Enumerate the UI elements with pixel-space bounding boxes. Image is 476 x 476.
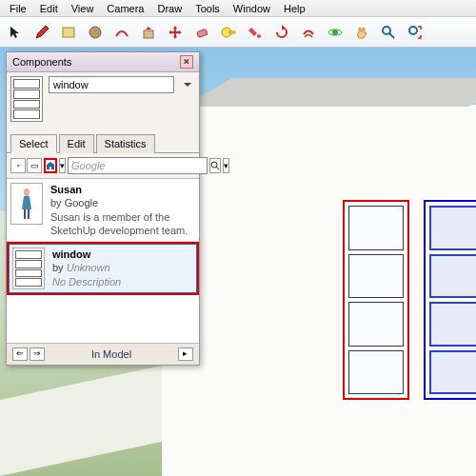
svg-point-6 (257, 34, 261, 38)
move-tool-icon[interactable] (164, 21, 187, 44)
svg-point-14 (24, 188, 30, 196)
pane (429, 350, 476, 395)
pushpull-tool-icon[interactable] (137, 21, 160, 44)
svg-line-10 (389, 33, 394, 38)
rotate-tool-icon[interactable] (270, 21, 293, 44)
view-large-icon[interactable]: ▭ (27, 158, 42, 173)
pane (429, 302, 476, 347)
svg-rect-2 (144, 30, 153, 38)
details-icon[interactable]: ▸ (178, 347, 193, 361)
menu-camera[interactable]: Camera (101, 1, 149, 16)
svg-rect-16 (28, 209, 30, 219)
item-name: Susan (50, 184, 82, 195)
panel-title-text: Components (12, 56, 71, 68)
menu-file[interactable]: File (4, 1, 32, 16)
component-name-input[interactable] (49, 76, 174, 93)
panel-footer: ⇐ ⇒ In Model ▸ (7, 343, 199, 365)
panel-menu-icon[interactable] (180, 77, 195, 92)
window-component-flat[interactable] (343, 200, 409, 400)
thumb-susan (10, 183, 43, 225)
menu-draw[interactable]: Draw (151, 1, 188, 16)
list-item[interactable]: Susan by Google Susan is a member of the… (7, 179, 199, 242)
item-by: by Google (50, 197, 98, 208)
panel-titlebar[interactable]: Components ✕ (7, 52, 199, 72)
search-input[interactable] (68, 157, 208, 174)
item-desc: Susan is a member of the SketchUp develo… (50, 211, 188, 236)
pane (429, 206, 476, 250)
thumb-window (12, 248, 45, 289)
list-item-selected[interactable]: window by Unknown No Description (7, 242, 199, 295)
nav-dropdown-icon[interactable]: ▾ (59, 158, 66, 173)
svg-rect-5 (229, 31, 235, 33)
panel-tabs: Select Edit Statistics (7, 133, 199, 153)
menu-edit[interactable]: Edit (34, 1, 64, 16)
svg-point-11 (409, 27, 417, 34)
menu-bar: File Edit View Camera Draw Tools Window … (0, 0, 476, 17)
tab-edit[interactable]: Edit (59, 134, 94, 153)
pencil-tool-icon[interactable] (30, 21, 53, 44)
rectangle-tool-icon[interactable] (57, 21, 80, 44)
components-panel: Components ✕ Select Edit Statistics ▫ ▭ … (6, 51, 200, 366)
window-component-selected[interactable] (424, 200, 476, 400)
toolbar (0, 17, 476, 48)
footer-label: In Model (91, 348, 131, 360)
circle-tool-icon[interactable] (84, 21, 107, 44)
close-icon[interactable]: ✕ (180, 55, 193, 69)
home-icon[interactable] (44, 158, 57, 173)
pane (348, 302, 404, 347)
svg-rect-0 (63, 28, 74, 37)
svg-point-1 (89, 27, 101, 38)
svg-point-9 (383, 27, 390, 34)
tab-select[interactable]: Select (10, 134, 57, 153)
menu-window[interactable]: Window (228, 1, 276, 16)
arc-tool-icon[interactable] (110, 21, 133, 44)
item-name: window (52, 248, 90, 260)
menu-view[interactable]: View (66, 1, 100, 16)
svg-point-7 (332, 30, 338, 35)
item-desc: No Description (52, 276, 121, 288)
menu-help[interactable]: Help (278, 1, 311, 16)
eraser-tool-icon[interactable] (190, 21, 213, 44)
nav-back-icon[interactable]: ⇐ (12, 347, 28, 361)
search-icon[interactable] (209, 158, 221, 173)
search-dropdown-icon[interactable]: ▾ (223, 158, 229, 173)
pan-tool-icon[interactable] (350, 21, 373, 44)
item-by: by Unknown (52, 262, 110, 273)
tape-tool-icon[interactable] (217, 21, 240, 44)
component-thumbnail (10, 76, 43, 122)
pane (348, 206, 404, 250)
select-tool-icon[interactable] (4, 21, 27, 44)
pane (348, 350, 404, 395)
component-list: Susan by Google Susan is a member of the… (7, 179, 199, 343)
ground-plane (0, 364, 171, 476)
zoom-tool-icon[interactable] (377, 21, 400, 44)
offset-tool-icon[interactable] (297, 21, 320, 44)
nav-fwd-icon[interactable]: ⇒ (30, 347, 45, 361)
svg-rect-15 (24, 209, 26, 219)
pane (348, 254, 404, 299)
tab-statistics[interactable]: Statistics (96, 134, 155, 153)
zoom-extents-tool-icon[interactable] (404, 21, 426, 44)
orbit-tool-icon[interactable] (324, 21, 347, 44)
paint-tool-icon[interactable] (244, 21, 267, 44)
view-small-icon[interactable]: ▫ (10, 158, 26, 173)
svg-line-13 (216, 167, 219, 169)
svg-rect-3 (197, 29, 208, 37)
menu-tools[interactable]: Tools (189, 1, 226, 16)
pane (429, 254, 476, 299)
